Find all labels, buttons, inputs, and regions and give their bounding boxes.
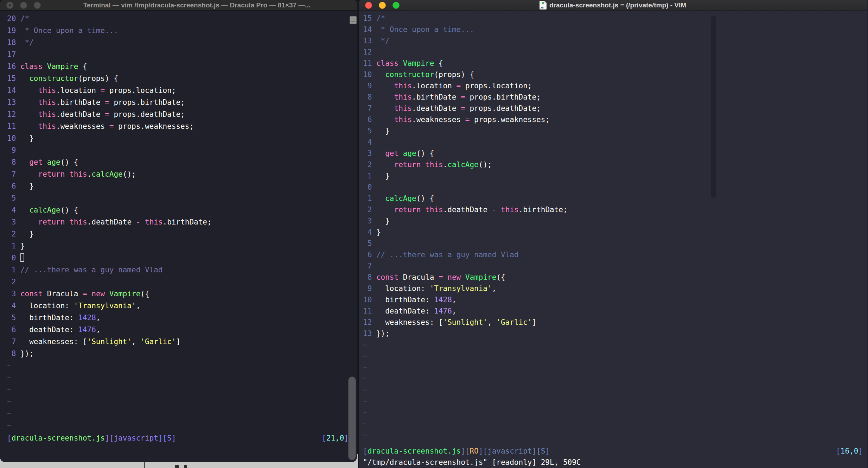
code-token: = bbox=[109, 122, 114, 131]
code-token bbox=[20, 98, 38, 107]
tilde-line: ~ bbox=[363, 384, 867, 396]
tilde-line: ~ bbox=[363, 396, 867, 407]
tilde-marker: ~ bbox=[363, 386, 368, 394]
tilde-marker: ~ bbox=[7, 361, 12, 370]
terminal-scrollbar-thumb[interactable] bbox=[348, 377, 356, 460]
line-number: 5 bbox=[7, 192, 16, 204]
code-token: return bbox=[38, 218, 65, 226]
code-token: calcAge bbox=[91, 170, 123, 178]
code-line: 8 get age() { bbox=[7, 156, 357, 168]
code-line: 9 location: 'Transylvania', bbox=[363, 283, 867, 294]
code-token: [ bbox=[363, 447, 368, 455]
code-token: Vampire bbox=[47, 62, 78, 71]
zoom-button[interactable] bbox=[392, 2, 400, 9]
code-token: () { bbox=[416, 149, 434, 158]
code-line: 7 this.deathDate = props.deathDate; bbox=[363, 103, 867, 114]
code-token: props.birthDate; bbox=[109, 98, 185, 107]
code-token bbox=[20, 158, 29, 166]
code-line: 11 this.weaknesses = props.weaknesses; bbox=[7, 120, 357, 132]
line-number: 5 bbox=[363, 125, 372, 137]
line-number: 11 bbox=[363, 58, 372, 69]
tilde-marker: ~ bbox=[7, 421, 12, 430]
code-line: 0 bbox=[7, 252, 357, 264]
line-number: 9 bbox=[363, 283, 372, 294]
zoom-button[interactable] bbox=[34, 2, 41, 9]
tilde-marker: ~ bbox=[7, 409, 12, 418]
code-token: - bbox=[136, 218, 141, 226]
code-token: class bbox=[376, 59, 403, 68]
code-token: RO bbox=[470, 447, 478, 455]
line-number: 0 bbox=[7, 252, 16, 264]
line-number: 2 bbox=[7, 276, 16, 288]
line-number: 8 bbox=[7, 348, 16, 360]
macvim-window: JS dracula-screenshot.js = (/private/tmp… bbox=[358, 0, 868, 468]
code-token: [ bbox=[322, 434, 326, 442]
code-token: props.deathDate; bbox=[465, 104, 541, 113]
code-line: 2 bbox=[7, 276, 357, 288]
code-token: ][javascript][S] bbox=[105, 434, 176, 442]
code-token: .birthDate; bbox=[519, 205, 568, 214]
code-token bbox=[443, 273, 448, 282]
line-number: 7 bbox=[363, 103, 372, 114]
code-token bbox=[376, 194, 385, 203]
code-token: * Once upon a time... bbox=[20, 26, 118, 35]
code-token: , bbox=[96, 325, 101, 334]
line-number: 14 bbox=[7, 84, 16, 96]
code-token bbox=[376, 104, 394, 113]
code-token: this bbox=[38, 110, 56, 119]
tilde-marker: ~ bbox=[363, 431, 368, 439]
line-number: 2 bbox=[363, 204, 372, 215]
code-token bbox=[376, 115, 394, 124]
line-number: 4 bbox=[7, 204, 16, 216]
code-token bbox=[87, 290, 92, 298]
minimize-button[interactable] bbox=[20, 2, 27, 9]
close-button[interactable] bbox=[365, 2, 372, 9]
code-token: props.deathDate; bbox=[109, 110, 185, 119]
code-token: 1428 bbox=[78, 314, 96, 322]
code-token bbox=[376, 149, 385, 158]
code-line: 14 this.location = props.location; bbox=[7, 84, 357, 96]
code-token: Dracula bbox=[398, 273, 439, 282]
terminal-titlebar[interactable]: Terminal — vim /tmp/dracula-screenshot.j… bbox=[0, 0, 357, 11]
code-line: 12 bbox=[363, 46, 867, 58]
code-line: 13}); bbox=[363, 328, 867, 339]
code-line: 7 bbox=[363, 260, 867, 272]
code-line: 17 bbox=[7, 49, 357, 61]
split-pane-button[interactable] bbox=[350, 16, 357, 24]
code-token: . bbox=[443, 160, 448, 169]
line-number: 6 bbox=[363, 249, 372, 260]
code-line: 12 weaknesses: ['Sunlight', 'Garlic'] bbox=[363, 317, 867, 328]
tilde-line: ~ bbox=[363, 362, 867, 373]
line-number: 3 bbox=[7, 288, 16, 300]
tilde-line: ~ bbox=[7, 384, 357, 396]
code-token: () { bbox=[416, 194, 434, 203]
code-token: weaknesses: [ bbox=[20, 337, 87, 346]
code-line: 5 } bbox=[363, 125, 867, 137]
line-number: 4 bbox=[363, 227, 372, 238]
vim-cursor-position-left: [21,0] bbox=[322, 432, 349, 444]
minimize-button[interactable] bbox=[379, 2, 386, 9]
code-token: this bbox=[69, 218, 87, 226]
terminal-vim-buffer[interactable]: 20/*19 * Once upon a time...18 */1716cla… bbox=[0, 11, 357, 462]
code-token: birthDate: bbox=[20, 314, 78, 322]
tilde-line: ~ bbox=[7, 372, 357, 384]
macvim-scrollbar-thumb[interactable] bbox=[711, 16, 716, 198]
code-token: { bbox=[78, 62, 87, 71]
close-button[interactable] bbox=[6, 2, 13, 9]
code-line: 9 this.location = props.location; bbox=[363, 80, 867, 91]
code-token: constructor bbox=[385, 70, 434, 79]
code-token bbox=[376, 82, 394, 90]
code-token: (props) { bbox=[434, 70, 474, 79]
code-token bbox=[376, 205, 394, 214]
code-line: 5 birthDate: 1428, bbox=[7, 312, 357, 324]
macvim-buffer[interactable]: 15/*14 * Once upon a time...13 */1211cla… bbox=[359, 11, 867, 468]
code-line: 20/* bbox=[7, 13, 357, 25]
code-token: calcAge bbox=[385, 194, 416, 203]
macvim-titlebar[interactable]: JS dracula-screenshot.js = (/private/tmp… bbox=[359, 0, 867, 11]
code-token: location: bbox=[20, 302, 74, 310]
code-line: 10 constructor(props) { bbox=[363, 69, 867, 80]
code-line: 4 location: 'Transylvania', bbox=[7, 300, 357, 312]
line-number: 5 bbox=[363, 238, 372, 249]
code-token: get bbox=[385, 149, 398, 158]
code-token: } bbox=[376, 127, 390, 135]
